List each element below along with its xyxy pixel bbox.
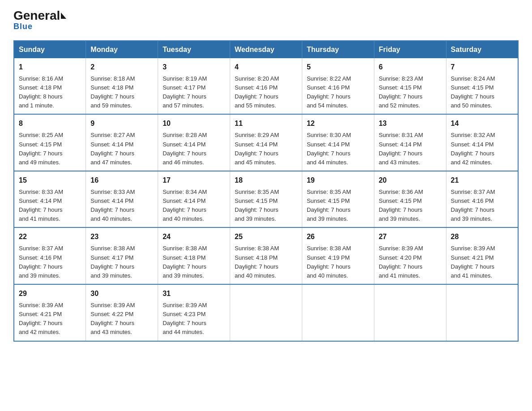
day-number: 29: [19, 288, 81, 299]
day-number: 1: [19, 62, 81, 73]
calendar-cell: 30 Sunrise: 8:39 AMSunset: 4:22 PMDaylig…: [86, 284, 158, 341]
day-number: 27: [379, 231, 442, 242]
page-header: General Blue: [13, 9, 519, 31]
calendar-cell: [230, 284, 302, 341]
calendar-cell: 4 Sunrise: 8:20 AMSunset: 4:16 PMDayligh…: [230, 58, 302, 115]
day-info: Sunrise: 8:19 AMSunset: 4:17 PMDaylight:…: [163, 75, 207, 109]
day-info: Sunrise: 8:33 AMSunset: 4:14 PMDaylight:…: [19, 188, 63, 222]
day-number: 31: [163, 288, 225, 299]
day-info: Sunrise: 8:39 AMSunset: 4:23 PMDaylight:…: [163, 302, 207, 335]
day-number: 20: [379, 175, 442, 186]
logo-blue-text: Blue: [13, 22, 33, 31]
calendar-cell: 20 Sunrise: 8:36 AMSunset: 4:15 PMDaylig…: [374, 171, 446, 228]
day-info: Sunrise: 8:16 AMSunset: 4:18 PMDaylight:…: [19, 75, 63, 109]
calendar-cell: 25 Sunrise: 8:38 AMSunset: 4:18 PMDaylig…: [230, 227, 302, 284]
header-thursday: Thursday: [302, 41, 374, 58]
day-number: 21: [451, 175, 513, 186]
calendar-cell: 23 Sunrise: 8:38 AMSunset: 4:17 PMDaylig…: [86, 227, 158, 284]
calendar-cell: 28 Sunrise: 8:39 AMSunset: 4:21 PMDaylig…: [446, 227, 518, 284]
day-info: Sunrise: 8:35 AMSunset: 4:15 PMDaylight:…: [307, 188, 351, 222]
day-info: Sunrise: 8:27 AMSunset: 4:14 PMDaylight:…: [90, 132, 135, 165]
day-info: Sunrise: 8:37 AMSunset: 4:16 PMDaylight:…: [451, 188, 495, 222]
calendar-cell: 1 Sunrise: 8:16 AMSunset: 4:18 PMDayligh…: [14, 58, 86, 115]
calendar-cell: [446, 284, 518, 341]
header-tuesday: Tuesday: [158, 41, 230, 58]
calendar-cell: 10 Sunrise: 8:28 AMSunset: 4:14 PMDaylig…: [158, 114, 230, 171]
calendar-cell: 14 Sunrise: 8:32 AMSunset: 4:14 PMDaylig…: [446, 114, 518, 171]
header-friday: Friday: [374, 41, 446, 58]
day-info: Sunrise: 8:38 AMSunset: 4:18 PMDaylight:…: [235, 245, 279, 278]
calendar-cell: [302, 284, 374, 341]
header-wednesday: Wednesday: [230, 41, 302, 58]
day-info: Sunrise: 8:24 AMSunset: 4:15 PMDaylight:…: [451, 75, 495, 109]
calendar-cell: 26 Sunrise: 8:38 AMSunset: 4:19 PMDaylig…: [302, 227, 374, 284]
calendar-cell: 16 Sunrise: 8:33 AMSunset: 4:14 PMDaylig…: [86, 171, 158, 228]
calendar-table: SundayMondayTuesdayWednesdayThursdayFrid…: [13, 40, 519, 342]
day-number: 30: [90, 288, 153, 299]
logo: General Blue: [13, 9, 66, 31]
calendar-cell: 19 Sunrise: 8:35 AMSunset: 4:15 PMDaylig…: [302, 171, 374, 228]
day-info: Sunrise: 8:22 AMSunset: 4:16 PMDaylight:…: [307, 75, 351, 109]
day-number: 12: [307, 118, 369, 129]
calendar-cell: 22 Sunrise: 8:37 AMSunset: 4:16 PMDaylig…: [14, 227, 86, 284]
calendar-cell: 17 Sunrise: 8:34 AMSunset: 4:14 PMDaylig…: [158, 171, 230, 228]
day-info: Sunrise: 8:34 AMSunset: 4:14 PMDaylight:…: [163, 188, 207, 222]
calendar-cell: 8 Sunrise: 8:25 AMSunset: 4:15 PMDayligh…: [14, 114, 86, 171]
day-number: 5: [307, 62, 369, 73]
day-number: 6: [379, 62, 442, 73]
day-number: 25: [235, 231, 297, 242]
day-number: 7: [451, 62, 513, 73]
header-sunday: Sunday: [14, 41, 86, 58]
day-info: Sunrise: 8:39 AMSunset: 4:20 PMDaylight:…: [379, 245, 423, 278]
calendar-cell: 24 Sunrise: 8:38 AMSunset: 4:18 PMDaylig…: [158, 227, 230, 284]
day-info: Sunrise: 8:20 AMSunset: 4:16 PMDaylight:…: [235, 75, 279, 109]
day-number: 22: [19, 231, 81, 242]
calendar-cell: 11 Sunrise: 8:29 AMSunset: 4:14 PMDaylig…: [230, 114, 302, 171]
day-info: Sunrise: 8:38 AMSunset: 4:19 PMDaylight:…: [307, 245, 351, 278]
day-info: Sunrise: 8:37 AMSunset: 4:16 PMDaylight:…: [19, 245, 63, 278]
day-number: 15: [19, 175, 81, 186]
calendar-week-3: 15 Sunrise: 8:33 AMSunset: 4:14 PMDaylig…: [14, 171, 518, 228]
header-saturday: Saturday: [446, 41, 518, 58]
day-number: 3: [163, 62, 225, 73]
day-info: Sunrise: 8:39 AMSunset: 4:22 PMDaylight:…: [90, 302, 135, 335]
day-info: Sunrise: 8:33 AMSunset: 4:14 PMDaylight:…: [90, 188, 135, 222]
day-number: 17: [163, 175, 225, 186]
day-info: Sunrise: 8:23 AMSunset: 4:15 PMDaylight:…: [379, 75, 423, 109]
day-info: Sunrise: 8:29 AMSunset: 4:14 PMDaylight:…: [235, 132, 279, 165]
calendar-cell: 12 Sunrise: 8:30 AMSunset: 4:14 PMDaylig…: [302, 114, 374, 171]
day-number: 11: [235, 118, 297, 129]
calendar-week-1: 1 Sunrise: 8:16 AMSunset: 4:18 PMDayligh…: [14, 58, 518, 115]
day-number: 8: [19, 118, 81, 129]
day-number: 10: [163, 118, 225, 129]
day-number: 14: [451, 118, 513, 129]
day-number: 13: [379, 118, 442, 129]
day-number: 26: [307, 231, 369, 242]
day-info: Sunrise: 8:32 AMSunset: 4:14 PMDaylight:…: [451, 132, 495, 165]
calendar-cell: 2 Sunrise: 8:18 AMSunset: 4:18 PMDayligh…: [86, 58, 158, 115]
day-number: 4: [235, 62, 297, 73]
calendar-header-row: SundayMondayTuesdayWednesdayThursdayFrid…: [14, 41, 518, 58]
day-info: Sunrise: 8:38 AMSunset: 4:17 PMDaylight:…: [90, 245, 135, 278]
day-info: Sunrise: 8:18 AMSunset: 4:18 PMDaylight:…: [90, 75, 135, 109]
day-info: Sunrise: 8:35 AMSunset: 4:15 PMDaylight:…: [235, 188, 279, 222]
calendar-week-4: 22 Sunrise: 8:37 AMSunset: 4:16 PMDaylig…: [14, 227, 518, 284]
day-info: Sunrise: 8:38 AMSunset: 4:18 PMDaylight:…: [163, 245, 207, 278]
day-info: Sunrise: 8:31 AMSunset: 4:14 PMDaylight:…: [379, 132, 423, 165]
day-number: 24: [163, 231, 225, 242]
calendar-cell: [374, 284, 446, 341]
calendar-cell: 5 Sunrise: 8:22 AMSunset: 4:16 PMDayligh…: [302, 58, 374, 115]
calendar-cell: 6 Sunrise: 8:23 AMSunset: 4:15 PMDayligh…: [374, 58, 446, 115]
day-number: 23: [90, 231, 153, 242]
calendar-cell: 15 Sunrise: 8:33 AMSunset: 4:14 PMDaylig…: [14, 171, 86, 228]
day-number: 19: [307, 175, 369, 186]
calendar-cell: 29 Sunrise: 8:39 AMSunset: 4:21 PMDaylig…: [14, 284, 86, 341]
day-info: Sunrise: 8:39 AMSunset: 4:21 PMDaylight:…: [451, 245, 495, 278]
calendar-cell: 7 Sunrise: 8:24 AMSunset: 4:15 PMDayligh…: [446, 58, 518, 115]
day-number: 2: [90, 62, 153, 73]
calendar-cell: 9 Sunrise: 8:27 AMSunset: 4:14 PMDayligh…: [86, 114, 158, 171]
calendar-cell: 21 Sunrise: 8:37 AMSunset: 4:16 PMDaylig…: [446, 171, 518, 228]
day-info: Sunrise: 8:36 AMSunset: 4:15 PMDaylight:…: [379, 188, 423, 222]
day-info: Sunrise: 8:25 AMSunset: 4:15 PMDaylight:…: [19, 132, 63, 165]
day-number: 16: [90, 175, 153, 186]
